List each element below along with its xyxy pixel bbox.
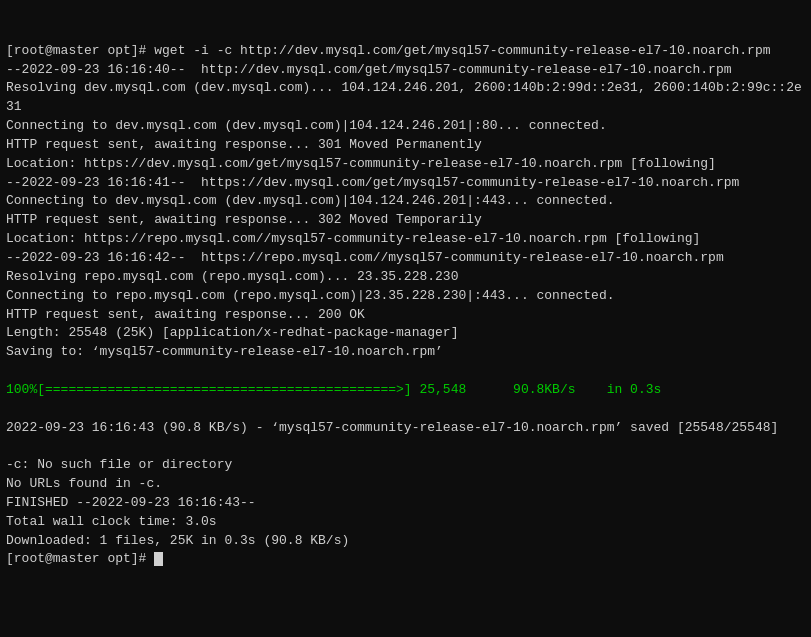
- terminal-line: Resolving repo.mysql.com (repo.mysql.com…: [6, 268, 805, 287]
- terminal-line: Connecting to dev.mysql.com (dev.mysql.c…: [6, 117, 805, 136]
- terminal-line: -c: No such file or directory: [6, 456, 805, 475]
- terminal-line: HTTP request sent, awaiting response... …: [6, 306, 805, 325]
- terminal-line: [root@master opt]#: [6, 550, 805, 569]
- terminal-line: [root@master opt]# wget -i -c http://dev…: [6, 42, 805, 61]
- terminal-line: Length: 25548 (25K) [application/x-redha…: [6, 324, 805, 343]
- terminal-line: Connecting to repo.mysql.com (repo.mysql…: [6, 287, 805, 306]
- terminal-line: HTTP request sent, awaiting response... …: [6, 136, 805, 155]
- terminal-line: Downloaded: 1 files, 25K in 0.3s (90.8 K…: [6, 532, 805, 551]
- terminal-line: Location: https://dev.mysql.com/get/mysq…: [6, 155, 805, 174]
- terminal-line: Saving to: ‘mysql57-community-release-el…: [6, 343, 805, 362]
- terminal-line: No URLs found in -c.: [6, 475, 805, 494]
- terminal-line: 2022-09-23 16:16:43 (90.8 KB/s) - ‘mysql…: [6, 419, 805, 438]
- terminal-line: [6, 400, 805, 419]
- terminal-window[interactable]: [root@master opt]# wget -i -c http://dev…: [0, 0, 811, 637]
- terminal-content: [root@master opt]# wget -i -c http://dev…: [6, 4, 805, 569]
- terminal-line: [6, 437, 805, 456]
- terminal-line: --2022-09-23 16:16:40-- http://dev.mysql…: [6, 61, 805, 80]
- terminal-line: Resolving dev.mysql.com (dev.mysql.com).…: [6, 79, 805, 117]
- terminal-line: 100%[===================================…: [6, 381, 805, 400]
- terminal-line: FINISHED --2022-09-23 16:16:43--: [6, 494, 805, 513]
- terminal-line: Location: https://repo.mysql.com//mysql5…: [6, 230, 805, 249]
- terminal-line: --2022-09-23 16:16:41-- https://dev.mysq…: [6, 174, 805, 193]
- terminal-line: HTTP request sent, awaiting response... …: [6, 211, 805, 230]
- terminal-line: Connecting to dev.mysql.com (dev.mysql.c…: [6, 192, 805, 211]
- terminal-cursor: [154, 552, 163, 566]
- terminal-line: Total wall clock time: 3.0s: [6, 513, 805, 532]
- terminal-line: --2022-09-23 16:16:42-- https://repo.mys…: [6, 249, 805, 268]
- terminal-line: [6, 362, 805, 381]
